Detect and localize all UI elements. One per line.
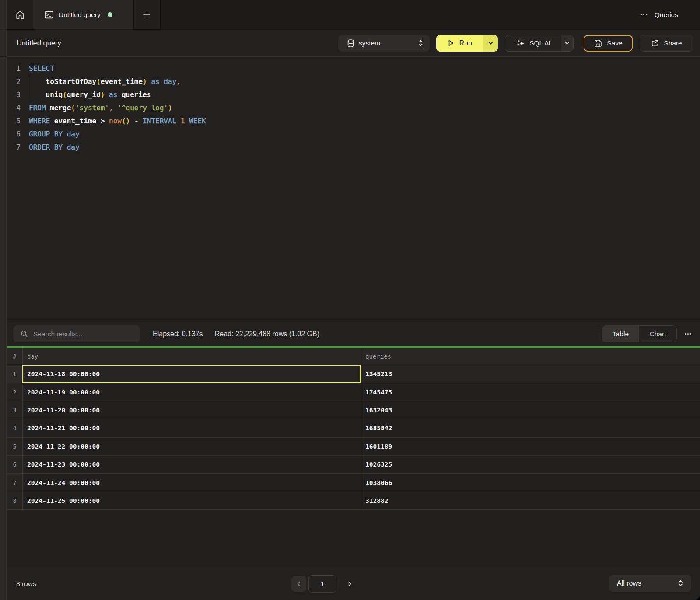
terminal-icon — [44, 10, 54, 20]
results-toolbar: Elapsed: 0.137s Read: 22,229,488 rows (1… — [7, 321, 700, 346]
home-icon — [15, 10, 25, 20]
table-row: 42024-11-21 00:00:001685842 — [7, 419, 700, 437]
code-line: 2 toStartOfDay(event_time) as day, — [7, 75, 700, 88]
chart-view-tab[interactable]: Chart — [639, 326, 676, 342]
home-tab-button[interactable] — [7, 0, 33, 29]
share-label: Share — [664, 39, 682, 47]
previous-page-button[interactable] — [291, 576, 306, 592]
sql-console-window: Untitled query Queries — [0, 0, 700, 600]
code-text: SELECT — [29, 62, 54, 75]
code-line: 7ORDER BY day — [7, 141, 700, 154]
database-icon — [347, 39, 354, 47]
save-label: Save — [607, 39, 622, 47]
line-number: 6 — [7, 128, 21, 141]
sql-ai-label: SQL AI — [529, 39, 551, 47]
line-number: 4 — [7, 101, 21, 115]
table-row: 32024-11-20 00:00:001632043 — [7, 401, 700, 419]
line-number: 3 — [7, 88, 21, 101]
indent-guide — [29, 75, 29, 101]
read-stat: Read: 22,229,488 rows (1.02 GB) — [215, 330, 319, 338]
code-text: FROM merge('system', '^query_log') — [29, 101, 172, 115]
row-index-cell: 4 — [7, 419, 23, 437]
day-cell[interactable]: 2024-11-21 00:00:00 — [23, 419, 361, 437]
line-number: 7 — [7, 141, 21, 154]
queries-cell[interactable]: 312882 — [361, 492, 700, 509]
save-button[interactable]: Save — [584, 35, 633, 52]
share-icon — [651, 39, 659, 48]
day-cell[interactable]: 2024-11-23 00:00:00 — [23, 456, 361, 473]
code-text: toStartOfDay(event_time) as day, — [29, 75, 181, 88]
table-row: 72024-11-24 00:00:001038066 — [7, 474, 700, 492]
select-chevrons-icon — [417, 39, 424, 47]
row-index-cell: 1 — [7, 365, 23, 383]
day-cell[interactable]: 2024-11-22 00:00:00 — [23, 438, 361, 455]
current-page-button[interactable]: 1 — [308, 575, 336, 593]
row-index-cell: 5 — [7, 438, 23, 455]
table-view-tab[interactable]: Table — [602, 326, 639, 342]
more-menu-icon[interactable] — [640, 10, 648, 19]
queries-cell[interactable]: 1601189 — [361, 438, 700, 455]
table-row: 22024-11-19 00:00:001745475 — [7, 383, 700, 401]
queries-cell[interactable]: 1038066 — [361, 474, 700, 491]
new-tab-button[interactable] — [134, 0, 161, 29]
table-row: 62024-11-23 00:00:001026325 — [7, 456, 700, 474]
column-header-queries[interactable]: queries — [361, 348, 700, 365]
database-value: system — [359, 39, 380, 47]
code-line: 1SELECT — [7, 62, 700, 75]
save-icon — [594, 39, 602, 48]
database-selector[interactable]: system — [338, 35, 430, 52]
tab-label: Untitled query — [59, 11, 101, 19]
row-index-cell: 7 — [7, 474, 23, 491]
tab-untitled-query[interactable]: Untitled query — [33, 0, 134, 29]
row-index-cell: 8 — [7, 492, 23, 509]
sql-editor[interactable]: 1SELECT2 toStartOfDay(event_time) as day… — [7, 57, 700, 321]
row-index-cell: 6 — [7, 456, 23, 473]
page-size-select[interactable]: All rows — [609, 575, 691, 592]
run-label: Run — [459, 39, 472, 47]
run-button[interactable]: Run — [436, 35, 483, 52]
table-row: 82024-11-25 00:00:00312882 — [7, 492, 700, 510]
line-number: 1 — [7, 62, 21, 75]
line-number: 2 — [7, 75, 21, 88]
sql-ai-options-button[interactable] — [561, 35, 573, 51]
queries-nav-link[interactable]: Queries — [654, 11, 678, 19]
column-header-day[interactable]: day — [23, 348, 361, 365]
queries-cell[interactable]: 1345213 — [361, 365, 700, 383]
search-icon — [21, 330, 28, 338]
code-text: GROUP BY day — [29, 128, 80, 141]
row-index-cell: 3 — [7, 401, 23, 419]
code-line: 5WHERE event_time > now() - INTERVAL 1 W… — [7, 115, 700, 128]
day-cell[interactable]: 2024-11-19 00:00:00 — [23, 383, 361, 401]
queries-cell[interactable]: 1745475 — [361, 383, 700, 401]
queries-cell[interactable]: 1685842 — [361, 419, 700, 437]
unsaved-changes-dot — [108, 12, 112, 17]
next-page-button[interactable] — [342, 576, 357, 592]
run-options-button[interactable] — [483, 35, 498, 52]
queries-cell[interactable]: 1026325 — [361, 456, 700, 473]
code-text: uniq(query_id) as queries — [29, 88, 151, 101]
day-cell[interactable]: 2024-11-25 00:00:00 — [23, 492, 361, 509]
query-title: Untitled query — [7, 39, 61, 47]
selected-cell-outline — [22, 365, 360, 383]
search-results-input[interactable] — [33, 330, 134, 338]
sql-ai-button[interactable]: SQL AI — [505, 35, 561, 51]
share-button[interactable]: Share — [640, 35, 693, 52]
column-header-index[interactable]: # — [7, 348, 23, 365]
code-text: WHERE event_time > now() - INTERVAL 1 WE… — [29, 115, 206, 128]
left-rail — [0, 0, 7, 600]
view-toggle: Table Chart — [602, 325, 677, 342]
table-empty-area — [7, 510, 700, 567]
row-count: 8 rows — [16, 580, 36, 588]
row-index-cell: 2 — [7, 383, 23, 401]
day-cell[interactable]: 2024-11-20 00:00:00 — [23, 401, 361, 419]
day-cell[interactable]: 2024-11-18 00:00:00 — [23, 365, 361, 383]
code-line: 4FROM merge('system', '^query_log') — [7, 101, 700, 115]
table-header-row: # day queries — [7, 348, 700, 365]
results-more-menu-icon[interactable] — [684, 330, 692, 338]
results-footer: 8 rows 1 All rows — [7, 567, 700, 600]
day-cell[interactable]: 2024-11-24 00:00:00 — [23, 474, 361, 491]
queries-cell[interactable]: 1632043 — [361, 401, 700, 419]
page-size-chevrons-icon — [677, 579, 684, 587]
tab-bar: Untitled query Queries — [7, 0, 700, 30]
sql-ai-button-group: SQL AI — [505, 35, 574, 52]
